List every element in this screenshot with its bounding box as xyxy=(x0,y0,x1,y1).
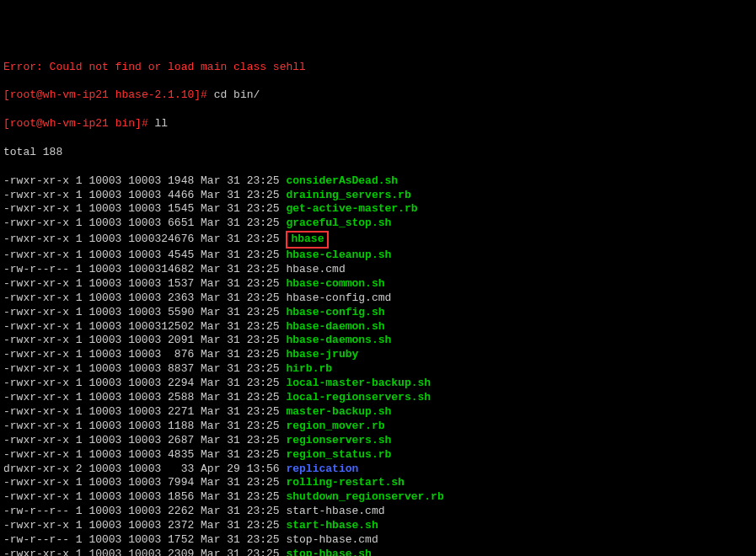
file-row: -rwxr-xr-x 1 10003 10003 1537 Mar 31 23:… xyxy=(3,277,753,291)
file-name: hbase-jruby xyxy=(286,348,358,361)
file-name: graceful_stop.sh xyxy=(286,217,391,229)
file-name: regionservers.sh xyxy=(286,434,391,446)
file-name: start-hbase.cmd xyxy=(286,505,384,517)
file-name: hbase-common.sh xyxy=(286,277,384,290)
error-message: Error: Could not find or load main class… xyxy=(3,61,753,75)
file-name: draining_servers.rb xyxy=(286,189,410,201)
file-row: -rwxr-xr-x 1 10003 10003 2588 Mar 31 23:… xyxy=(3,391,753,405)
file-row: drwxr-xr-x 2 10003 10003 33 Apr 29 13:56… xyxy=(3,462,753,477)
file-name: master-backup.sh xyxy=(286,405,391,418)
file-name: get-active-master.rb xyxy=(286,202,417,215)
file-row: -rw-r--r-- 1 10003 1000314682 Mar 31 23:… xyxy=(3,263,753,277)
file-name: considerAsDead.sh xyxy=(286,174,398,187)
file-row: -rwxr-xr-x 1 10003 10003 876 Mar 31 23:2… xyxy=(3,348,753,362)
file-name: hbase-daemon.sh xyxy=(286,320,384,333)
file-name: hbase-config.sh xyxy=(286,306,384,318)
file-row: -rwxr-xr-x 1 10003 10003 2271 Mar 31 23:… xyxy=(3,405,753,420)
file-name: hbase-cleanup.sh xyxy=(286,249,391,261)
file-row: -rwxr-xr-x 1 10003 10003 2687 Mar 31 23:… xyxy=(3,434,753,448)
file-row: -rwxr-xr-x 1 10003 10003 4545 Mar 31 23:… xyxy=(3,249,753,263)
file-name: hbase-daemons.sh xyxy=(286,334,391,346)
file-row: -rwxr-xr-x 1 10003 10003 1545 Mar 31 23:… xyxy=(3,202,753,217)
file-row: -rwxr-xr-x 1 10003 10003 1948 Mar 31 23:… xyxy=(3,174,753,189)
file-row: -rwxr-xr-x 1 10003 10003 2372 Mar 31 23:… xyxy=(3,519,753,533)
prompt-line-1: [root@wh-vm-ip21 hbase-2.1.10]# cd bin/ xyxy=(3,88,753,103)
file-row: -rwxr-xr-x 1 10003 10003 1856 Mar 31 23:… xyxy=(3,490,753,505)
command-text: cd bin/ xyxy=(214,88,260,101)
file-name: rolling-restart.sh xyxy=(286,476,404,489)
file-name: stop-hbase.cmd xyxy=(286,533,378,546)
file-name: shutdown_regionserver.rb xyxy=(286,490,443,503)
file-row: -rwxr-xr-x 1 10003 10003 2091 Mar 31 23:… xyxy=(3,334,753,348)
file-row: -rwxr-xr-x 1 10003 10003 4466 Mar 31 23:… xyxy=(3,189,753,203)
file-name: hbase.cmd xyxy=(286,263,345,275)
file-row: -rwxr-xr-x 1 10003 1000324676 Mar 31 23:… xyxy=(3,231,753,249)
file-row: -rwxr-xr-x 1 10003 1000312502 Mar 31 23:… xyxy=(3,320,753,334)
file-row: -rwxr-xr-x 1 10003 10003 2294 Mar 31 23:… xyxy=(3,377,753,391)
file-row: -rwxr-xr-x 1 10003 10003 7994 Mar 31 23:… xyxy=(3,476,753,490)
file-row: -rwxr-xr-x 1 10003 10003 2363 Mar 31 23:… xyxy=(3,291,753,306)
file-name: stop-hbase.sh xyxy=(286,548,371,556)
file-name: start-hbase.sh xyxy=(286,519,378,532)
file-name: replication xyxy=(286,462,358,475)
file-name: hbase xyxy=(291,233,324,245)
file-name: region_status.rb xyxy=(286,448,391,461)
file-row: -rwxr-xr-x 1 10003 10003 4835 Mar 31 23:… xyxy=(3,448,753,462)
file-name: region_mover.rb xyxy=(286,420,384,432)
file-row: -rwxr-xr-x 1 10003 10003 8837 Mar 31 23:… xyxy=(3,362,753,377)
file-row: -rwxr-xr-x 1 10003 10003 6651 Mar 31 23:… xyxy=(3,217,753,231)
file-name: hbase-config.cmd xyxy=(286,291,391,304)
file-listing: -rwxr-xr-x 1 10003 10003 1948 Mar 31 23:… xyxy=(3,174,753,556)
command-text: ll xyxy=(155,117,169,130)
file-row: -rwxr-xr-x 1 10003 10003 5590 Mar 31 23:… xyxy=(3,306,753,320)
file-row: -rwxr-xr-x 1 10003 10003 2309 Mar 31 23:… xyxy=(3,548,753,556)
file-row: -rw-r--r-- 1 10003 10003 2262 Mar 31 23:… xyxy=(3,505,753,519)
file-row: -rwxr-xr-x 1 10003 10003 1188 Mar 31 23:… xyxy=(3,420,753,434)
total-line: total 188 xyxy=(3,146,753,160)
file-name: local-master-backup.sh xyxy=(286,377,431,389)
file-name: local-regionservers.sh xyxy=(286,391,431,404)
file-row: -rw-r--r-- 1 10003 10003 1752 Mar 31 23:… xyxy=(3,533,753,548)
file-name: hirb.rb xyxy=(286,362,332,375)
prompt-line-2: [root@wh-vm-ip21 bin]# ll xyxy=(3,117,753,131)
